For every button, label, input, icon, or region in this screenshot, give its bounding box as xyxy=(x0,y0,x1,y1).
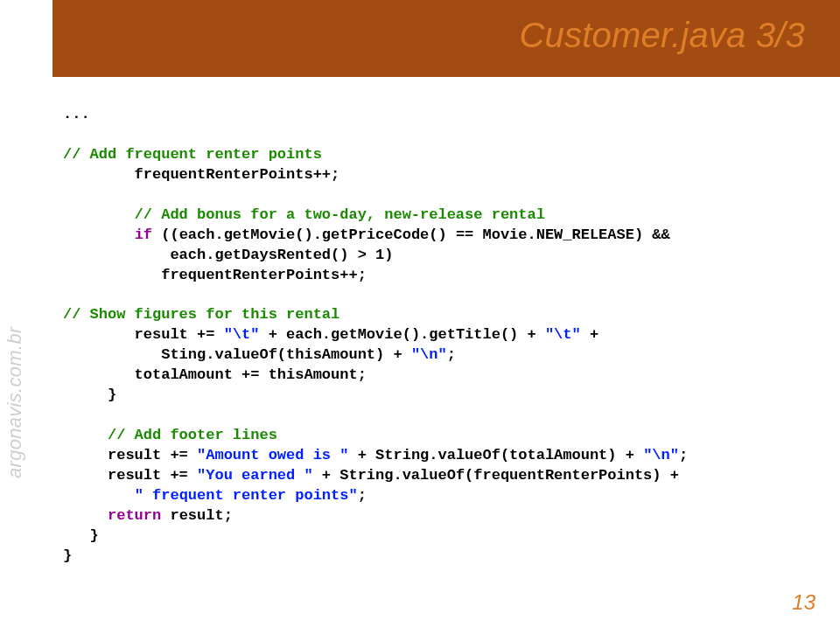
string: "\t" xyxy=(224,326,260,343)
code: ((each.getMovie().getPriceCode() == Movi… xyxy=(152,226,670,243)
code: } xyxy=(63,547,72,564)
code: result += xyxy=(63,326,224,343)
code xyxy=(63,487,135,504)
code xyxy=(63,226,135,243)
string: " frequent renter points" xyxy=(135,487,358,504)
code: + xyxy=(581,326,598,343)
code: frequentRenterPoints++; xyxy=(63,267,367,283)
keyword: if xyxy=(135,226,152,243)
watermark: argonavis.com.br xyxy=(4,326,26,478)
code: } xyxy=(63,527,99,544)
page-number: 13 xyxy=(792,590,816,615)
code: + String.valueOf(totalAmount) + xyxy=(348,447,643,463)
comment: // Add frequent renter points xyxy=(63,146,322,163)
code: ; xyxy=(358,487,367,504)
code: totalAmount += thisAmount; xyxy=(63,366,367,383)
code: each.getDaysRented() > 1) xyxy=(63,247,393,263)
code: ; xyxy=(679,447,688,463)
keyword: return xyxy=(108,507,161,524)
code: result += xyxy=(63,467,197,484)
code: ; xyxy=(447,346,456,363)
code: + each.getMovie().getTitle() + xyxy=(259,326,544,343)
code: result; xyxy=(161,507,233,524)
code: ... xyxy=(63,106,90,122)
string: "You earned " xyxy=(197,467,313,484)
code: + String.valueOf(frequentRenterPoints) + xyxy=(313,467,679,484)
code: } xyxy=(63,387,116,403)
comment: // Add footer lines xyxy=(63,427,277,443)
page-title: Customer.java 3/3 xyxy=(519,16,805,55)
comment: // Show figures for this rental xyxy=(63,306,340,323)
comment: // Add bonus for a two-day, new-release … xyxy=(63,206,545,223)
string: "\n" xyxy=(643,447,679,463)
string: "\n" xyxy=(411,346,447,363)
code-block: ... // Add frequent renter points freque… xyxy=(63,105,822,567)
code: Sting.valueOf(thisAmount) + xyxy=(63,346,411,363)
code: frequentRenterPoints++; xyxy=(63,166,340,183)
code: result += xyxy=(63,447,197,463)
string: "Amount owed is " xyxy=(197,447,348,463)
string: "\t" xyxy=(545,326,581,343)
code xyxy=(63,507,108,524)
